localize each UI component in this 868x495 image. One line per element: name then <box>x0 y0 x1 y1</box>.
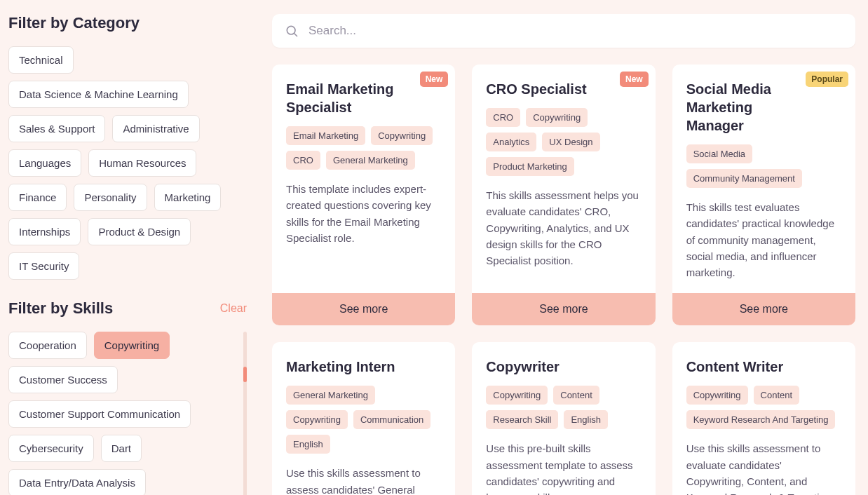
category-chip[interactable]: Data Science & Machine Learning <box>8 81 189 108</box>
card-body: CopywriterCopywritingContentResearch Ski… <box>472 342 655 495</box>
card-description: Use this pre-built skills assessment tem… <box>486 440 641 495</box>
skill-chip[interactable]: Copywriting <box>94 332 170 359</box>
skill-chip[interactable]: Data Entry/Data Analysis <box>8 469 146 495</box>
card-description: This skills test evaluates candidates' p… <box>686 199 841 280</box>
skill-tag: Community Management <box>686 169 802 188</box>
category-chip[interactable]: Marketing <box>154 184 222 211</box>
card-tags: CopywritingContentKeyword Research And T… <box>686 386 841 429</box>
skill-tag: CRO <box>486 108 520 127</box>
skill-tag: UX Design <box>542 133 599 151</box>
category-chip[interactable]: IT Security <box>8 252 79 280</box>
skill-chip[interactable]: Customer Success <box>8 366 118 393</box>
card-body: CRO SpecialistCROCopywritingAnalyticsUX … <box>472 65 655 293</box>
search-bar[interactable] <box>272 14 855 48</box>
skill-chip[interactable]: Customer Support Communication <box>8 400 191 428</box>
skill-tag: General Marketing <box>286 386 375 405</box>
skills-scrollbar-thumb[interactable] <box>243 367 247 382</box>
skill-chip[interactable]: Dart <box>101 435 142 462</box>
filter-skills-heading: Filter by Skills <box>8 299 113 318</box>
skill-tag: Email Marketing <box>286 126 365 145</box>
card-description: This skills assessment helps you evaluat… <box>486 187 641 269</box>
skill-tag: Content <box>553 386 599 405</box>
skill-tag: Social Media <box>686 144 752 163</box>
category-chip[interactable]: Personality <box>74 184 147 211</box>
skill-chip[interactable]: Cybersecurity <box>8 435 94 462</box>
skills-scroll-area: CooperationCopywritingCustomer SuccessCu… <box>8 332 247 495</box>
see-more-button[interactable]: See more <box>272 293 455 325</box>
skill-chip[interactable]: Cooperation <box>8 332 87 359</box>
see-more-button[interactable]: See more <box>472 293 655 325</box>
card-title: Social Media Marketing Manager <box>686 80 841 135</box>
card-body: Marketing InternGeneral MarketingCopywri… <box>272 342 455 495</box>
card-description: Use this skills assessment to assess can… <box>286 465 441 495</box>
skill-tag: Copywriting <box>286 410 348 429</box>
category-chip[interactable]: Product & Design <box>88 218 191 245</box>
new-badge: New <box>420 72 449 87</box>
card-title: Copywriter <box>486 358 641 376</box>
clear-skills-link[interactable]: Clear <box>220 302 247 315</box>
card-tags: Email MarketingCopywritingCROGeneral Mar… <box>286 126 441 170</box>
card-tags: CROCopywritingAnalyticsUX DesignProduct … <box>486 108 641 176</box>
assessment-card: CopywriterCopywritingContentResearch Ski… <box>472 342 655 495</box>
category-chip[interactable]: Internships <box>8 218 81 245</box>
card-body: Email Marketing SpecialistEmail Marketin… <box>272 65 455 293</box>
svg-line-1 <box>294 34 297 36</box>
skill-tag: Research Skill <box>486 410 558 429</box>
assessment-card: NewCRO SpecialistCROCopywritingAnalytics… <box>472 65 655 325</box>
skill-tag: General Marketing <box>326 151 415 170</box>
assessment-card: Marketing InternGeneral MarketingCopywri… <box>272 342 455 495</box>
card-title: Content Writer <box>686 358 841 376</box>
card-tags: Social MediaCommunity Management <box>686 144 841 188</box>
skill-tag: Copywriting <box>371 126 433 145</box>
main-content: NewEmail Marketing SpecialistEmail Marke… <box>259 0 868 495</box>
new-badge: New <box>620 72 649 87</box>
assessment-card: PopularSocial Media Marketing ManagerSoc… <box>672 65 855 325</box>
skill-tag: Content <box>754 386 800 405</box>
category-chip[interactable]: Finance <box>8 184 67 211</box>
category-chip[interactable]: Languages <box>8 149 81 177</box>
category-chips: TechnicalData Science & Machine Learning… <box>8 46 247 280</box>
category-chip[interactable]: Technical <box>8 46 74 74</box>
skill-tag: Copywriting <box>526 108 588 127</box>
card-title: Email Marketing Specialist <box>286 80 441 116</box>
skill-tag: Communication <box>353 410 430 429</box>
skill-tag: Keyword Research And Targeting <box>686 410 836 429</box>
card-body: Social Media Marketing ManagerSocial Med… <box>672 65 855 293</box>
skill-tag: Copywriting <box>486 386 548 405</box>
card-body: Content WriterCopywritingContentKeyword … <box>672 342 855 495</box>
skill-tag: Analytics <box>486 133 536 151</box>
category-chip[interactable]: Administrative <box>112 115 199 142</box>
skills-scrollbar-track[interactable] <box>243 332 247 495</box>
assessment-card: NewEmail Marketing SpecialistEmail Marke… <box>272 65 455 325</box>
card-title: Marketing Intern <box>286 358 441 376</box>
category-chip[interactable]: Sales & Support <box>8 115 105 142</box>
skill-tag: Product Marketing <box>486 157 574 176</box>
sidebar: Filter by Category TechnicalData Science… <box>0 0 259 495</box>
skill-tag: English <box>564 410 608 429</box>
card-tags: CopywritingContentResearch SkillEnglish <box>486 386 641 429</box>
category-chip[interactable]: Human Resources <box>88 149 196 177</box>
card-tags: General MarketingCopywritingCommunicatio… <box>286 386 441 454</box>
skill-chips: CooperationCopywritingCustomer SuccessCu… <box>8 332 238 495</box>
skill-tag: Copywriting <box>686 386 748 405</box>
skill-tag: English <box>286 435 330 454</box>
filter-category-heading: Filter by Category <box>8 14 247 32</box>
card-description: Use this skills assessment to evaluate c… <box>686 440 841 495</box>
search-icon <box>285 24 299 38</box>
see-more-button[interactable]: See more <box>672 293 855 325</box>
popular-badge: Popular <box>806 72 848 87</box>
skill-tag: CRO <box>286 151 320 170</box>
search-input[interactable] <box>308 24 843 38</box>
card-description: This template includes expert-created qu… <box>286 181 441 246</box>
card-title: CRO Specialist <box>486 80 641 98</box>
assessment-card: Content WriterCopywritingContentKeyword … <box>672 342 855 495</box>
cards-grid: NewEmail Marketing SpecialistEmail Marke… <box>272 65 855 495</box>
